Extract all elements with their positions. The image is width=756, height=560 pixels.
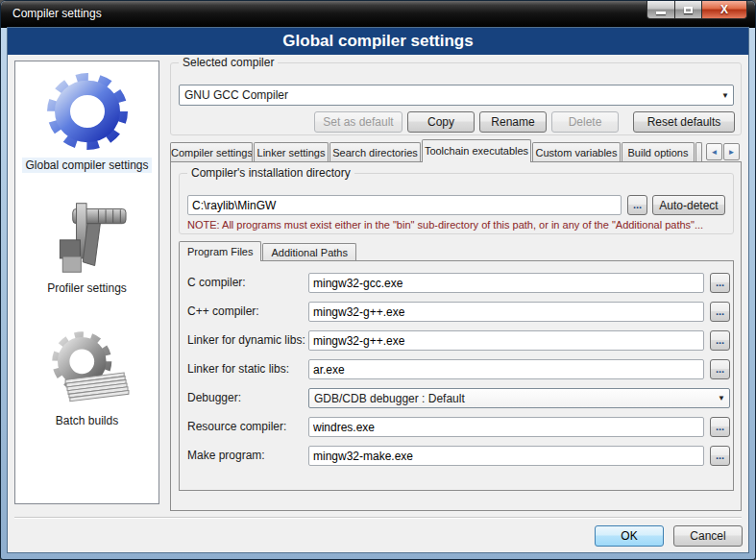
sidebar-item-profiler-settings[interactable]: Profiler settings [15,198,159,296]
bin-subdirectory-note: NOTE: All programs must exist either in … [187,219,703,231]
rename-button[interactable]: Rename [479,111,547,133]
field-row: Resource compiler: ... [187,417,727,437]
window-controls: X [646,1,747,19]
page-title: Global compiler settings [8,28,748,55]
field-row: C compiler: ... [187,273,727,293]
field-row: C++ compiler: ... [187,302,727,322]
close-button[interactable]: X [701,1,747,19]
tab-compiler-settings[interactable]: Compiler settings [170,142,253,162]
minimize-button[interactable] [646,1,675,19]
selected-compiler-group: Selected compiler GNU GCC Compiler ▼ Set… [170,62,742,135]
selected-compiler-group-label: Selected compiler [179,56,278,69]
maximize-button[interactable] [675,1,701,19]
tab-custom-variables[interactable]: Custom variables [532,142,621,162]
title-bar: Compiler settings X [1,1,755,28]
tab-search-directories[interactable]: Search directories [329,142,421,162]
tab-scroll-right-icon[interactable]: ► [723,143,740,160]
program-files-panel: C compiler: ... C++ compiler: ... Linker… [179,260,734,491]
static-linker-browse-button[interactable]: ... [710,359,730,379]
caliper-icon [41,198,134,277]
minimize-icon [656,12,666,14]
field-label: C++ compiler: [187,302,259,322]
sidebar-item-global-compiler-settings[interactable]: Global compiler settings [15,69,159,173]
installation-directory-input[interactable] [187,195,622,215]
set-as-default-button[interactable]: Set as default [314,111,402,133]
tab-additional-paths[interactable]: Additional Paths [262,243,356,261]
dynamic-linker-input[interactable] [308,330,704,351]
field-label: Debugger: [187,388,241,408]
sidebar-item-batch-builds[interactable]: Batch builds [15,329,159,428]
static-linker-input[interactable] [308,359,704,379]
sidebar-item-label: Profiler settings [44,280,130,296]
sidebar-item-label: Global compiler settings [22,158,151,173]
field-label: Linker for static libs: [187,359,289,379]
field-label: Resource compiler: [187,417,286,437]
make-program-browse-button[interactable]: ... [710,446,730,466]
field-row: Debugger: GDB/CDB debugger : Default ▼ [187,388,727,408]
tab-program-files[interactable]: Program Files [179,241,261,261]
field-row: Linker for dynamic libs: ... [187,330,727,351]
close-icon: X [720,3,728,16]
toolchain-executables-panel: Compiler's installation directory ... Au… [170,161,742,511]
compiler-settings-window: Compiler settings X Global compiler sett… [0,0,756,560]
window-title: Compiler settings [12,1,102,27]
tab-scroll-left-icon[interactable]: ◄ [706,143,722,160]
field-label: Linker for dynamic libs: [187,330,305,351]
tab-toolchain-executables[interactable]: Toolchain executables [422,139,531,162]
ok-button[interactable]: OK [595,525,664,547]
field-label: C compiler: [187,273,246,293]
gray-gear-stack-icon [41,329,134,409]
tab-scroll-controls: ◄ ► [706,143,740,160]
settings-tab-strip: Compiler settings Linker settings Search… [170,139,742,162]
field-label: Make program: [187,446,265,466]
cpp-compiler-input[interactable] [308,302,704,322]
delete-button[interactable]: Delete [551,111,619,133]
tab-linker-settings[interactable]: Linker settings [254,142,329,162]
debugger-select-value: GDB/CDB debugger : Default [309,392,714,405]
auto-detect-button[interactable]: Auto-detect [652,195,725,215]
compiler-select-value: GNU GCC Compiler [180,88,718,102]
debugger-select[interactable]: GDB/CDB debugger : Default ▼ [308,388,730,408]
cancel-button[interactable]: Cancel [673,525,743,547]
make-program-input[interactable] [308,446,704,466]
resource-compiler-browse-button[interactable]: ... [710,417,730,437]
maximize-icon [684,7,693,13]
field-row: Linker for static libs: ... [187,359,727,379]
settings-category-list: Global compiler settings [14,61,159,504]
field-row: Make program: ... [187,446,727,466]
footer-separator [14,517,742,519]
compiler-select[interactable]: GNU GCC Compiler ▼ [179,85,734,106]
chevron-down-icon: ▼ [714,394,729,402]
cpp-compiler-browse-button[interactable]: ... [710,302,730,322]
c-compiler-input[interactable] [308,273,704,293]
installation-directory-group: Compiler's installation directory ... Au… [179,173,734,234]
reset-defaults-button[interactable]: Reset defaults [633,111,735,133]
chevron-down-icon: ▼ [718,91,733,100]
dialog-client-area: Global compiler settings Global compiler… [8,28,748,552]
tab-overflow-sliver [695,142,702,162]
tab-build-options[interactable]: Build options [622,142,695,162]
installation-directory-group-label: Compiler's installation directory [187,166,354,180]
compiler-actions: Set as default Copy Rename Delete Reset … [314,111,735,133]
resource-compiler-input[interactable] [308,417,704,437]
program-files-tab-strip: Program Files Additional Paths [179,241,357,261]
sidebar-item-label: Batch builds [53,413,121,428]
dynamic-linker-browse-button[interactable]: ... [710,330,730,351]
blue-gear-icon [39,69,135,154]
copy-button[interactable]: Copy [407,111,475,133]
c-compiler-browse-button[interactable]: ... [710,273,730,293]
installation-directory-browse-button[interactable]: ... [627,195,647,215]
